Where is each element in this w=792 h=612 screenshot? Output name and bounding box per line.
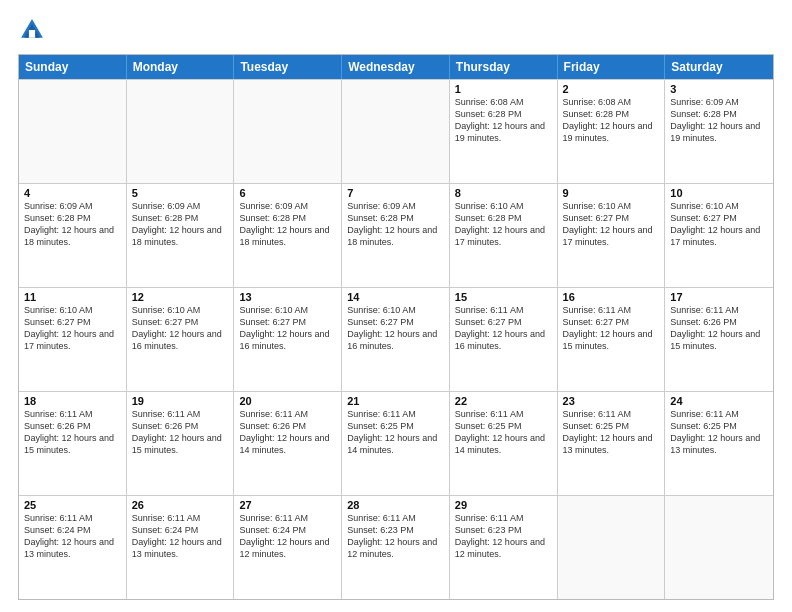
day-number: 17	[670, 291, 768, 303]
day-info: Sunrise: 6:11 AM Sunset: 6:24 PM Dayligh…	[132, 512, 229, 561]
calendar-cell: 11Sunrise: 6:10 AM Sunset: 6:27 PM Dayli…	[19, 288, 127, 391]
day-info: Sunrise: 6:11 AM Sunset: 6:26 PM Dayligh…	[670, 304, 768, 353]
calendar-cell: 18Sunrise: 6:11 AM Sunset: 6:26 PM Dayli…	[19, 392, 127, 495]
calendar-cell: 24Sunrise: 6:11 AM Sunset: 6:25 PM Dayli…	[665, 392, 773, 495]
day-info: Sunrise: 6:08 AM Sunset: 6:28 PM Dayligh…	[563, 96, 660, 145]
calendar-cell	[19, 80, 127, 183]
day-info: Sunrise: 6:11 AM Sunset: 6:25 PM Dayligh…	[347, 408, 444, 457]
calendar-cell: 23Sunrise: 6:11 AM Sunset: 6:25 PM Dayli…	[558, 392, 666, 495]
calendar-cell	[558, 496, 666, 599]
calendar-header-cell: Wednesday	[342, 55, 450, 79]
page: SundayMondayTuesdayWednesdayThursdayFrid…	[0, 0, 792, 612]
day-number: 23	[563, 395, 660, 407]
day-info: Sunrise: 6:11 AM Sunset: 6:23 PM Dayligh…	[455, 512, 552, 561]
calendar-cell: 13Sunrise: 6:10 AM Sunset: 6:27 PM Dayli…	[234, 288, 342, 391]
calendar-cell: 10Sunrise: 6:10 AM Sunset: 6:27 PM Dayli…	[665, 184, 773, 287]
day-number: 21	[347, 395, 444, 407]
calendar-cell: 5Sunrise: 6:09 AM Sunset: 6:28 PM Daylig…	[127, 184, 235, 287]
day-info: Sunrise: 6:10 AM Sunset: 6:27 PM Dayligh…	[347, 304, 444, 353]
calendar-cell: 8Sunrise: 6:10 AM Sunset: 6:28 PM Daylig…	[450, 184, 558, 287]
day-number: 6	[239, 187, 336, 199]
day-info: Sunrise: 6:10 AM Sunset: 6:27 PM Dayligh…	[563, 200, 660, 249]
day-info: Sunrise: 6:11 AM Sunset: 6:26 PM Dayligh…	[132, 408, 229, 457]
day-number: 7	[347, 187, 444, 199]
day-number: 1	[455, 83, 552, 95]
day-info: Sunrise: 6:09 AM Sunset: 6:28 PM Dayligh…	[347, 200, 444, 249]
day-number: 24	[670, 395, 768, 407]
day-info: Sunrise: 6:09 AM Sunset: 6:28 PM Dayligh…	[239, 200, 336, 249]
day-info: Sunrise: 6:11 AM Sunset: 6:25 PM Dayligh…	[455, 408, 552, 457]
day-info: Sunrise: 6:10 AM Sunset: 6:27 PM Dayligh…	[670, 200, 768, 249]
calendar-cell: 28Sunrise: 6:11 AM Sunset: 6:23 PM Dayli…	[342, 496, 450, 599]
day-number: 18	[24, 395, 121, 407]
day-info: Sunrise: 6:11 AM Sunset: 6:27 PM Dayligh…	[563, 304, 660, 353]
calendar-cell	[127, 80, 235, 183]
day-number: 11	[24, 291, 121, 303]
day-info: Sunrise: 6:09 AM Sunset: 6:28 PM Dayligh…	[24, 200, 121, 249]
day-info: Sunrise: 6:10 AM Sunset: 6:27 PM Dayligh…	[132, 304, 229, 353]
calendar-header-row: SundayMondayTuesdayWednesdayThursdayFrid…	[19, 55, 773, 79]
calendar-cell: 15Sunrise: 6:11 AM Sunset: 6:27 PM Dayli…	[450, 288, 558, 391]
calendar-cell: 7Sunrise: 6:09 AM Sunset: 6:28 PM Daylig…	[342, 184, 450, 287]
calendar-cell: 29Sunrise: 6:11 AM Sunset: 6:23 PM Dayli…	[450, 496, 558, 599]
calendar-week-row: 1Sunrise: 6:08 AM Sunset: 6:28 PM Daylig…	[19, 79, 773, 183]
day-number: 25	[24, 499, 121, 511]
calendar-cell: 9Sunrise: 6:10 AM Sunset: 6:27 PM Daylig…	[558, 184, 666, 287]
calendar-cell: 1Sunrise: 6:08 AM Sunset: 6:28 PM Daylig…	[450, 80, 558, 183]
calendar-week-row: 11Sunrise: 6:10 AM Sunset: 6:27 PM Dayli…	[19, 287, 773, 391]
calendar-header-cell: Sunday	[19, 55, 127, 79]
day-number: 10	[670, 187, 768, 199]
calendar-week-row: 25Sunrise: 6:11 AM Sunset: 6:24 PM Dayli…	[19, 495, 773, 599]
day-number: 2	[563, 83, 660, 95]
calendar-cell: 27Sunrise: 6:11 AM Sunset: 6:24 PM Dayli…	[234, 496, 342, 599]
calendar-cell: 17Sunrise: 6:11 AM Sunset: 6:26 PM Dayli…	[665, 288, 773, 391]
calendar-header-cell: Thursday	[450, 55, 558, 79]
calendar-body: 1Sunrise: 6:08 AM Sunset: 6:28 PM Daylig…	[19, 79, 773, 599]
day-info: Sunrise: 6:09 AM Sunset: 6:28 PM Dayligh…	[670, 96, 768, 145]
logo	[18, 16, 50, 44]
calendar-header-cell: Friday	[558, 55, 666, 79]
calendar-cell: 26Sunrise: 6:11 AM Sunset: 6:24 PM Dayli…	[127, 496, 235, 599]
calendar-cell: 21Sunrise: 6:11 AM Sunset: 6:25 PM Dayli…	[342, 392, 450, 495]
day-info: Sunrise: 6:11 AM Sunset: 6:24 PM Dayligh…	[24, 512, 121, 561]
day-info: Sunrise: 6:11 AM Sunset: 6:27 PM Dayligh…	[455, 304, 552, 353]
day-number: 15	[455, 291, 552, 303]
calendar-week-row: 18Sunrise: 6:11 AM Sunset: 6:26 PM Dayli…	[19, 391, 773, 495]
calendar-cell: 20Sunrise: 6:11 AM Sunset: 6:26 PM Dayli…	[234, 392, 342, 495]
day-info: Sunrise: 6:10 AM Sunset: 6:28 PM Dayligh…	[455, 200, 552, 249]
day-number: 27	[239, 499, 336, 511]
day-info: Sunrise: 6:11 AM Sunset: 6:25 PM Dayligh…	[670, 408, 768, 457]
calendar-cell: 2Sunrise: 6:08 AM Sunset: 6:28 PM Daylig…	[558, 80, 666, 183]
day-info: Sunrise: 6:10 AM Sunset: 6:27 PM Dayligh…	[24, 304, 121, 353]
day-info: Sunrise: 6:09 AM Sunset: 6:28 PM Dayligh…	[132, 200, 229, 249]
calendar-cell: 19Sunrise: 6:11 AM Sunset: 6:26 PM Dayli…	[127, 392, 235, 495]
day-number: 13	[239, 291, 336, 303]
calendar-cell: 6Sunrise: 6:09 AM Sunset: 6:28 PM Daylig…	[234, 184, 342, 287]
day-info: Sunrise: 6:11 AM Sunset: 6:26 PM Dayligh…	[239, 408, 336, 457]
calendar-cell	[342, 80, 450, 183]
day-number: 5	[132, 187, 229, 199]
day-number: 12	[132, 291, 229, 303]
day-number: 28	[347, 499, 444, 511]
day-info: Sunrise: 6:11 AM Sunset: 6:24 PM Dayligh…	[239, 512, 336, 561]
calendar-cell: 12Sunrise: 6:10 AM Sunset: 6:27 PM Dayli…	[127, 288, 235, 391]
day-number: 19	[132, 395, 229, 407]
day-number: 16	[563, 291, 660, 303]
day-number: 20	[239, 395, 336, 407]
calendar-header-cell: Tuesday	[234, 55, 342, 79]
header	[18, 16, 774, 44]
calendar-cell	[234, 80, 342, 183]
svg-rect-2	[29, 30, 35, 38]
calendar-cell: 4Sunrise: 6:09 AM Sunset: 6:28 PM Daylig…	[19, 184, 127, 287]
calendar-cell: 25Sunrise: 6:11 AM Sunset: 6:24 PM Dayli…	[19, 496, 127, 599]
day-info: Sunrise: 6:10 AM Sunset: 6:27 PM Dayligh…	[239, 304, 336, 353]
day-number: 8	[455, 187, 552, 199]
calendar-week-row: 4Sunrise: 6:09 AM Sunset: 6:28 PM Daylig…	[19, 183, 773, 287]
day-info: Sunrise: 6:11 AM Sunset: 6:23 PM Dayligh…	[347, 512, 444, 561]
day-info: Sunrise: 6:11 AM Sunset: 6:25 PM Dayligh…	[563, 408, 660, 457]
calendar-cell: 3Sunrise: 6:09 AM Sunset: 6:28 PM Daylig…	[665, 80, 773, 183]
calendar-header-cell: Monday	[127, 55, 235, 79]
day-number: 4	[24, 187, 121, 199]
day-info: Sunrise: 6:08 AM Sunset: 6:28 PM Dayligh…	[455, 96, 552, 145]
calendar-header-cell: Saturday	[665, 55, 773, 79]
